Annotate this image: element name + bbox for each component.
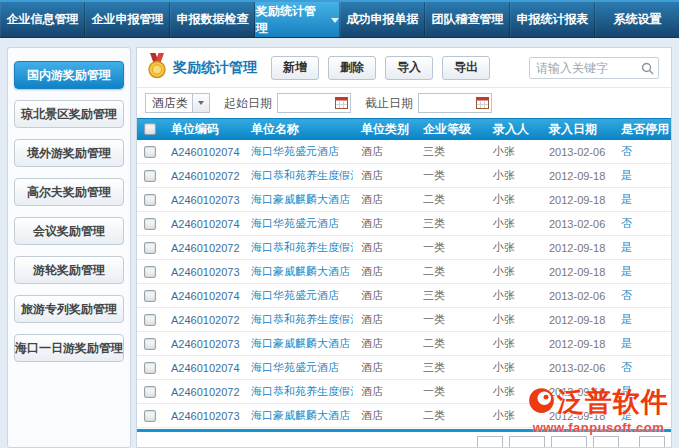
unit-name-link[interactable]: 海口华苑盛元酒店 [243, 288, 353, 303]
row-checkbox[interactable] [144, 410, 156, 422]
entry-date: 2012-09-18 [541, 242, 613, 254]
nav-item-2[interactable]: 申报数据检查 [170, 2, 255, 37]
disabled-flag: 是 [613, 264, 671, 279]
row-checkbox[interactable] [144, 242, 156, 254]
calendar-icon[interactable] [476, 97, 489, 112]
start-date-input[interactable] [278, 94, 330, 112]
unit-name-link[interactable]: 海口豪威麒麟大酒店 [243, 192, 353, 207]
page-title: 奖励统计管理 [173, 59, 257, 77]
select-all-checkbox[interactable] [144, 123, 156, 135]
unit-name-link[interactable]: 海口豪威麒麟大酒店 [243, 408, 353, 423]
table-row: A2460102074 海口华苑盛元酒店 酒店 三类 小张 2013-02-06… [137, 284, 671, 308]
nav-item-3[interactable]: 奖励统计管理 [255, 2, 340, 37]
nav-item-label: 成功申报单据 [347, 11, 419, 28]
sidebar-item-7[interactable]: 海口一日游奖励管理 [14, 334, 124, 362]
unit-code: A2460102074 [163, 290, 243, 302]
row-checkbox-cell [137, 218, 163, 230]
unit-name-link[interactable]: 海口华苑盛元酒店 [243, 144, 353, 159]
end-date-group: 截止日期 [365, 93, 492, 113]
unit-name-link[interactable]: 海口华苑盛元酒店 [243, 360, 353, 375]
disabled-flag: 是 [613, 168, 671, 183]
sidebar-item-4[interactable]: 会议奖励管理 [14, 217, 124, 245]
category-dropdown[interactable]: 酒店类 [145, 93, 210, 113]
toolbar-button[interactable]: 导出 [442, 56, 490, 80]
row-checkbox[interactable] [144, 146, 156, 158]
table-row: A2460102073 海口豪威麒麟大酒店 酒店 二类 小张 2012-09-1… [137, 260, 671, 284]
content-area: 国内游奖励管理琼北景区奖励管理境外游奖励管理高尔夫奖励管理会议奖励管理游轮奖励管… [0, 47, 679, 448]
unit-name-link[interactable]: 海口恭和苑养生度假酒店 [243, 312, 353, 327]
pagination-button[interactable] [477, 436, 503, 448]
nav-item-4[interactable]: 成功申报单据 [340, 2, 425, 37]
unit-code: A2460102072 [163, 170, 243, 182]
table-row: A2460102072 海口恭和苑养生度假酒店 酒店 一类 小张 2012-09… [137, 380, 671, 404]
row-checkbox[interactable] [144, 218, 156, 230]
toolbar-button[interactable]: 删除 [328, 56, 376, 80]
nav-item-7[interactable]: 系统设置 [595, 2, 679, 37]
row-checkbox[interactable] [144, 194, 156, 206]
row-checkbox[interactable] [144, 314, 156, 326]
nav-item-label: 企业申报管理 [92, 11, 164, 28]
unit-name-link[interactable]: 海口华苑盛元酒店 [243, 216, 353, 231]
pagination-button[interactable] [639, 436, 665, 448]
pagination-button[interactable] [593, 436, 619, 448]
entry-operator: 小张 [485, 192, 541, 207]
company-grade: 一类 [415, 384, 485, 399]
row-checkbox-cell [137, 194, 163, 206]
end-date-input[interactable] [419, 94, 471, 112]
pagination [137, 432, 671, 448]
nav-item-0[interactable]: 企业信息管理 [0, 2, 85, 37]
row-checkbox[interactable] [144, 290, 156, 302]
sidebar-item-5[interactable]: 游轮奖励管理 [14, 256, 124, 284]
toolbar-buttons: 新增删除导入导出 [271, 56, 499, 80]
calendar-icon[interactable] [335, 97, 348, 112]
disabled-flag: 否 [613, 216, 671, 231]
entry-date: 2013-02-06 [541, 218, 613, 230]
unit-category: 酒店 [353, 288, 415, 303]
unit-name-link[interactable]: 海口恭和苑养生度假酒店 [243, 240, 353, 255]
row-checkbox[interactable] [144, 362, 156, 374]
category-dropdown-value: 酒店类 [145, 93, 193, 113]
unit-category: 酒店 [353, 312, 415, 327]
company-grade: 三类 [415, 360, 485, 375]
table-row: A2460102073 海口豪威麒麟大酒店 酒店 二类 小张 2012-09-1… [137, 404, 671, 428]
disabled-flag: 是 [613, 336, 671, 351]
pagination-button[interactable] [509, 436, 545, 448]
row-checkbox[interactable] [144, 386, 156, 398]
disabled-flag: 是 [613, 192, 671, 207]
table-body: A2460102074 海口华苑盛元酒店 酒店 三类 小张 2013-02-06… [137, 140, 671, 428]
pagination-button[interactable] [551, 436, 587, 448]
start-date-label: 起始日期 [224, 95, 272, 112]
sidebar-item-1[interactable]: 琼北景区奖励管理 [14, 100, 124, 128]
unit-name-link[interactable]: 海口豪威麒麟大酒店 [243, 336, 353, 351]
col-header-grade: 企业等级 [415, 121, 485, 138]
toolbar-button[interactable]: 导入 [385, 56, 433, 80]
entry-date: 2013-02-06 [541, 362, 613, 374]
nav-item-label: 奖励统计管理 [256, 3, 327, 37]
row-checkbox[interactable] [144, 170, 156, 182]
unit-name-link[interactable]: 海口恭和苑养生度假酒店 [243, 168, 353, 183]
search-icon[interactable] [641, 61, 654, 79]
entry-date: 2012-09-18 [541, 410, 613, 422]
entry-date: 2013-02-06 [541, 146, 613, 158]
sidebar-item-0[interactable]: 国内游奖励管理 [14, 61, 124, 89]
company-grade: 二类 [415, 336, 485, 351]
toolbar-button[interactable]: 新增 [271, 56, 319, 80]
sidebar-item-3[interactable]: 高尔夫奖励管理 [14, 178, 124, 206]
nav-item-5[interactable]: 团队稽查管理 [425, 2, 510, 37]
unit-name-link[interactable]: 海口豪威麒麟大酒店 [243, 264, 353, 279]
nav-item-6[interactable]: 申报统计报表 [510, 2, 595, 37]
entry-operator: 小张 [485, 144, 541, 159]
search-input[interactable] [529, 57, 659, 79]
row-checkbox-cell [137, 386, 163, 398]
nav-item-1[interactable]: 企业申报管理 [85, 2, 170, 37]
sidebar-item-6[interactable]: 旅游专列奖励管理 [14, 295, 124, 323]
disabled-flag: 否 [613, 288, 671, 303]
toolbar: 奖励统计管理 新增删除导入导出 [137, 48, 671, 88]
row-checkbox[interactable] [144, 338, 156, 350]
unit-code: A2460102073 [163, 266, 243, 278]
sidebar-item-2[interactable]: 境外游奖励管理 [14, 139, 124, 167]
unit-name-link[interactable]: 海口恭和苑养生度假酒店 [243, 384, 353, 399]
row-checkbox[interactable] [144, 266, 156, 278]
row-checkbox-cell [137, 290, 163, 302]
dropdown-arrow-icon[interactable] [192, 93, 210, 113]
